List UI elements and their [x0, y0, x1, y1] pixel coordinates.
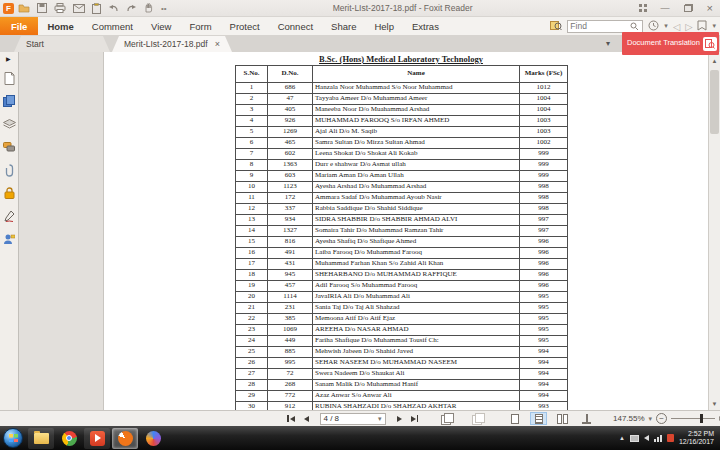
zoom-level-value[interactable]: 147.55% [613, 414, 645, 423]
menu-extras[interactable]: Extras [403, 17, 448, 35]
table-cell: 1002 [520, 138, 568, 149]
menu-connect[interactable]: Connect [269, 17, 322, 35]
taskbar-explorer-button[interactable] [28, 428, 54, 449]
table-cell: 1 [236, 83, 268, 94]
taskbar-app-button[interactable] [140, 428, 166, 449]
continuous-view-icon[interactable] [530, 412, 547, 425]
menu-file[interactable]: File [0, 17, 38, 35]
email-icon[interactable] [73, 4, 85, 13]
zoom-out-button[interactable]: − [656, 413, 667, 424]
page-number-box[interactable]: 4 / 8 ▾ [320, 413, 386, 425]
table-cell: Mehwish Jabeen D/o Shahid Javed [313, 347, 520, 358]
zoom-slider-handle[interactable] [700, 414, 703, 423]
attachments-icon[interactable] [2, 163, 16, 177]
tab-list-caret-icon[interactable]: ▾ [606, 39, 610, 48]
scroll-up-icon[interactable]: ▲ [709, 56, 720, 67]
contacts-icon[interactable] [2, 232, 16, 246]
volume-icon[interactable] [644, 435, 649, 441]
layers-icon[interactable] [2, 117, 16, 131]
start-button[interactable] [3, 428, 23, 448]
table-cell: 885 [268, 347, 313, 358]
first-page-button[interactable] [287, 415, 295, 422]
table-cell: 993 [520, 402, 568, 411]
restore-icon[interactable] [684, 4, 693, 12]
vertical-scrollbar[interactable]: ▲ ▼ [708, 52, 720, 410]
facing-view-icon[interactable] [554, 412, 571, 425]
bookmarks-icon[interactable] [2, 71, 16, 85]
prev-view-icon[interactable] [441, 413, 453, 424]
menu-view[interactable]: View [142, 17, 180, 35]
action-center-flag-icon[interactable] [667, 434, 674, 442]
next-page-button[interactable] [397, 416, 402, 422]
prev-result-icon[interactable]: ◁ [673, 21, 680, 32]
document-translation-button[interactable]: Document Translation [622, 32, 719, 55]
foxit-logo-icon[interactable]: F [3, 3, 14, 14]
open-folder-icon[interactable] [18, 3, 30, 13]
read-mode-icon[interactable] [697, 20, 707, 33]
signature-icon[interactable] [2, 209, 16, 223]
table-cell: Ajal Ali D/o M. Saqib [313, 127, 520, 138]
hand-tool-icon[interactable] [144, 3, 154, 13]
menu-home[interactable]: Home [38, 17, 82, 35]
security-lock-icon[interactable] [2, 186, 16, 200]
zoom-caret-icon[interactable]: ▾ [649, 415, 653, 423]
table-cell: 996 [520, 248, 568, 259]
redo-icon[interactable] [126, 4, 137, 13]
network-icon[interactable] [630, 435, 639, 442]
print-icon[interactable] [54, 3, 66, 13]
windows-logo-icon [9, 434, 18, 442]
table-cell: Durr e shahwar D/o Asmat ullah [313, 160, 520, 171]
table-cell: 24 [236, 336, 268, 347]
table-cell: 47 [268, 94, 313, 105]
continuous-facing-view-icon[interactable] [578, 412, 595, 425]
close-icon[interactable]: × [707, 4, 713, 13]
find-input[interactable] [570, 21, 630, 31]
menu-share[interactable]: Share [322, 17, 365, 35]
taskbar-foxit-button[interactable] [112, 428, 138, 449]
table-cell: Ayesha Shafiq D/o Shafique Ahmed [313, 237, 520, 248]
prev-page-button[interactable] [304, 416, 309, 422]
scroll-down-icon[interactable]: ▼ [709, 399, 720, 410]
undo-icon[interactable] [108, 4, 119, 13]
menu-help[interactable]: Help [365, 17, 403, 35]
single-page-view-icon[interactable] [506, 412, 523, 425]
table-cell: 995 [520, 314, 568, 325]
search-document-icon[interactable] [550, 20, 562, 33]
table-row: 24449Fariha Shafique D/o Muhammad Tousif… [236, 336, 568, 347]
tab-close-icon[interactable]: × [215, 39, 220, 49]
zoom-slider[interactable] [671, 413, 715, 424]
page-number-caret-icon[interactable]: ▾ [378, 415, 382, 423]
menu-protect[interactable]: Protect [221, 17, 269, 35]
history-icon[interactable] [648, 20, 659, 33]
table-row: 19457Adil Farooq S/o Muhammad Farooq996 [236, 281, 568, 292]
menu-form[interactable]: Form [180, 17, 220, 35]
tray-clock[interactable]: 2:52 PM 12/16/2017 [679, 430, 716, 447]
table-cell: 2 [236, 94, 268, 105]
history-caret-icon[interactable]: ▾ [664, 22, 668, 30]
last-page-button[interactable] [411, 415, 419, 422]
next-result-icon[interactable]: ▷ [685, 21, 692, 32]
pdf-page[interactable]: B.Sc. (Hons) Medical Laboratory Technolo… [103, 52, 708, 410]
tray-expand-icon[interactable]: ▲ [619, 435, 625, 441]
layout-grid-icon[interactable] [639, 4, 647, 12]
taskbar-media-button[interactable] [84, 428, 110, 449]
tab-merit-list[interactable]: Merit-LIst-2017-18.pdf × [112, 36, 232, 52]
document-tabbar: Start Merit-LIst-2017-18.pdf × ▾ Documen… [0, 35, 720, 52]
tab-start[interactable]: Start [14, 36, 110, 52]
magnifier-icon[interactable] [630, 22, 639, 31]
save-icon[interactable] [37, 3, 47, 13]
sidebar-collapse-arrow-icon[interactable]: ▶ [6, 55, 11, 62]
table-cell: 996 [520, 270, 568, 281]
pages-icon[interactable] [2, 94, 16, 108]
clipboard-icon[interactable] [92, 3, 101, 14]
table-cell: 385 [268, 314, 313, 325]
document-area: ▶ B.Sc. (Hons) Medical Laboratory Techno… [0, 52, 720, 410]
comments-icon[interactable] [2, 140, 16, 154]
signal-icon[interactable] [654, 435, 662, 442]
scrollbar-thumb[interactable] [710, 70, 719, 134]
table-cell: Azaz Anwar S/o Anwar Ali [313, 391, 520, 402]
taskbar-chrome-button[interactable] [56, 428, 82, 449]
menu-comment[interactable]: Comment [83, 17, 142, 35]
minimize-icon[interactable]: — [661, 4, 670, 13]
read-mode-caret-icon[interactable]: ▾ [712, 22, 716, 30]
